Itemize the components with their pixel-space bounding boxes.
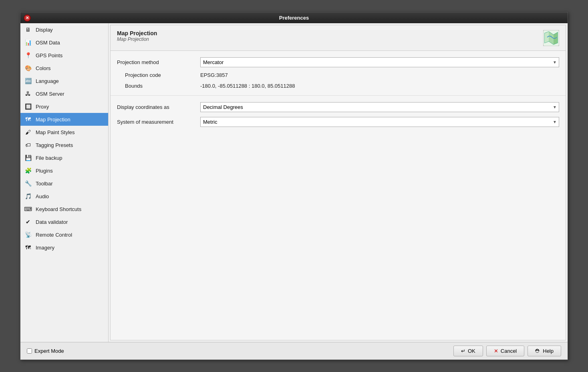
display-coords-select[interactable]: Decimal Degrees Degrees Minutes Seconds … (200, 102, 559, 112)
close-button[interactable]: ✕ (24, 14, 31, 22)
main-content: 🖥Display📊OSM Data📍GPS Points🎨Colors🔤Lang… (20, 23, 568, 342)
sidebar-item-osm-server[interactable]: 🖧OSM Server (20, 87, 108, 100)
sidebar-item-keyboard-shortcuts[interactable]: ⌨Keyboard Shortcuts (20, 203, 108, 215)
titlebar: ✕ Preferences (20, 12, 568, 23)
sidebar-icon-map-projection: 🗺 (24, 115, 32, 124)
cancel-button[interactable]: ✕ Cancel (486, 346, 524, 356)
sidebar-icon-remote-control: 📡 (24, 230, 32, 239)
window-title: Preferences (279, 15, 309, 21)
content-subtitle: Map Projection (117, 36, 157, 42)
cancel-label: Cancel (501, 348, 517, 354)
system-of-measurement-label: System of measurement (117, 119, 197, 125)
sidebar-icon-language: 🔤 (24, 76, 32, 85)
expert-mode-label[interactable]: Expert Mode (34, 348, 64, 354)
expert-mode-container: Expert Mode (27, 348, 64, 354)
sidebar-label-gps-points: GPS Points (36, 52, 62, 58)
help-icon: ⛑ (535, 348, 540, 354)
sidebar-item-map-paint-styles[interactable]: 🖌Map Paint Styles (20, 126, 108, 139)
sidebar-icon-tagging-presets: 🏷 (24, 141, 32, 149)
projection-method-label: Projection method (117, 59, 197, 65)
system-select[interactable]: Metric Imperial (200, 117, 559, 127)
sidebar-icon-file-backup: 💾 (24, 153, 32, 162)
content-area: Map Projection Map Projection (110, 25, 566, 340)
sidebar-label-remote-control: Remote Control (36, 232, 72, 238)
projection-code-row: Projection code EPSG:3857 (117, 72, 559, 78)
sidebar-label-display: Display (36, 27, 53, 33)
sidebar-icon-gps-points: 📍 (24, 51, 32, 60)
sidebar-item-gps-points[interactable]: 📍GPS Points (20, 49, 108, 62)
sidebar-icon-plugins: 🧩 (24, 166, 32, 175)
sidebar-item-map-projection[interactable]: 🗺Map Projection (20, 113, 108, 126)
sidebar-icon-toolbar: 🔧 (24, 179, 32, 188)
sidebar-label-map-projection: Map Projection (36, 117, 70, 123)
display-section: Display coordinates as Decimal Degrees D… (111, 96, 566, 133)
display-coords-select-wrapper[interactable]: Decimal Degrees Degrees Minutes Seconds … (200, 102, 559, 112)
sidebar-label-colors: Colors (36, 65, 51, 71)
ok-icon: ↵ (461, 348, 465, 354)
projection-code-value: EPSG:3857 (200, 72, 228, 78)
sidebar-label-audio: Audio (36, 193, 49, 199)
help-label: Help (543, 348, 554, 354)
sidebar-icon-audio: 🎵 (24, 192, 32, 201)
map-icon (543, 30, 559, 47)
sidebar-icon-imagery: 🗺 (24, 243, 32, 252)
sidebar-label-plugins: Plugins (36, 168, 53, 174)
sidebar-item-display[interactable]: 🖥Display (20, 23, 108, 36)
projection-section: Projection method Mercator WGS 84 / Pseu… (111, 51, 566, 96)
ok-label: OK (468, 348, 475, 354)
system-of-measurement-row: System of measurement Metric Imperial ▼ (117, 117, 559, 127)
ok-button[interactable]: ↵ OK (453, 346, 483, 356)
sidebar-item-data-validator[interactable]: ✔Data validator (20, 215, 108, 228)
bounds-row: Bounds -180.0, -85.0511288 : 180.0, 85.0… (117, 83, 559, 89)
bounds-label: Bounds (117, 83, 197, 89)
projection-method-select[interactable]: Mercator WGS 84 / Pseudo-Mercator Lamber… (200, 57, 559, 67)
content-header: Map Projection Map Projection (111, 25, 566, 51)
sidebar-item-imagery[interactable]: 🗺Imagery (20, 241, 108, 254)
sidebar-item-colors[interactable]: 🎨Colors (20, 62, 108, 74)
display-coords-row: Display coordinates as Decimal Degrees D… (117, 102, 559, 112)
footer-buttons: ↵ OK ✕ Cancel ⛑ Help (453, 346, 561, 356)
sidebar-icon-proxy: 🔲 (24, 102, 32, 111)
sidebar-item-language[interactable]: 🔤Language (20, 74, 108, 87)
sidebar-icon-colors: 🎨 (24, 64, 32, 72)
sidebar-item-osm-data[interactable]: 📊OSM Data (20, 36, 108, 49)
sidebar: 🖥Display📊OSM Data📍GPS Points🎨Colors🔤Lang… (20, 23, 109, 342)
projection-method-row: Projection method Mercator WGS 84 / Pseu… (117, 57, 559, 67)
sidebar-label-language: Language (36, 78, 59, 84)
bounds-value: -180.0, -85.0511288 : 180.0, 85.0511288 (200, 83, 295, 89)
sidebar-item-plugins[interactable]: 🧩Plugins (20, 164, 108, 177)
sidebar-item-proxy[interactable]: 🔲Proxy (20, 100, 108, 113)
preferences-window: ✕ Preferences 🖥Display📊OSM Data📍GPS Poin… (20, 12, 568, 360)
sidebar-label-keyboard-shortcuts: Keyboard Shortcuts (36, 206, 81, 212)
sidebar-icon-display: 🖥 (24, 25, 32, 34)
cancel-icon: ✕ (494, 348, 498, 354)
sidebar-icon-osm-server: 🖧 (24, 89, 32, 98)
sidebar-icon-data-validator: ✔ (24, 217, 32, 226)
sidebar-item-toolbar[interactable]: 🔧Toolbar (20, 177, 108, 190)
sidebar-label-file-backup: File backup (36, 155, 62, 161)
content-header-titles: Map Projection Map Projection (117, 30, 157, 42)
sidebar-item-remote-control[interactable]: 📡Remote Control (20, 228, 108, 241)
sidebar-icon-map-paint-styles: 🖌 (24, 128, 32, 137)
help-button[interactable]: ⛑ Help (528, 346, 561, 356)
sidebar-item-tagging-presets[interactable]: 🏷Tagging Presets (20, 139, 108, 151)
projection-code-label: Projection code (117, 72, 197, 78)
content-title: Map Projection (117, 30, 157, 36)
sidebar-label-tagging-presets: Tagging Presets (36, 142, 73, 148)
sidebar-icon-keyboard-shortcuts: ⌨ (24, 205, 32, 213)
footer: Expert Mode ↵ OK ✕ Cancel ⛑ Help (20, 342, 568, 360)
sidebar-label-proxy: Proxy (36, 104, 49, 110)
sidebar-label-osm-server: OSM Server (36, 91, 64, 97)
system-select-wrapper[interactable]: Metric Imperial ▼ (200, 117, 559, 127)
sidebar-label-data-validator: Data validator (36, 219, 68, 225)
sidebar-label-map-paint-styles: Map Paint Styles (36, 129, 75, 135)
sidebar-item-audio[interactable]: 🎵Audio (20, 190, 108, 203)
sidebar-label-imagery: Imagery (36, 245, 54, 251)
sidebar-item-file-backup[interactable]: 💾File backup (20, 151, 108, 164)
projection-method-select-wrapper[interactable]: Mercator WGS 84 / Pseudo-Mercator Lamber… (200, 57, 559, 67)
sidebar-label-toolbar: Toolbar (36, 181, 53, 187)
display-coords-label: Display coordinates as (117, 104, 197, 110)
sidebar-label-osm-data: OSM Data (36, 40, 60, 46)
expert-mode-checkbox[interactable] (27, 348, 32, 354)
sidebar-icon-osm-data: 📊 (24, 38, 32, 47)
